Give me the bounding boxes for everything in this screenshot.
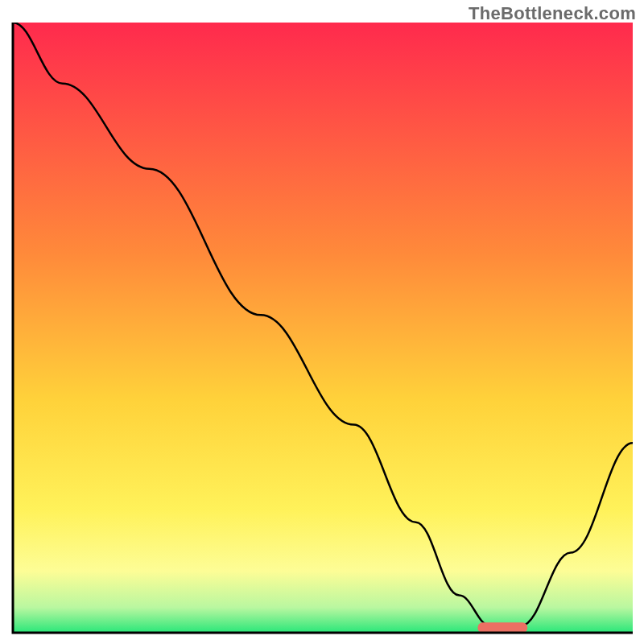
optimal-range-marker bbox=[478, 622, 528, 633]
chart-svg bbox=[11, 23, 633, 634]
watermark-text: TheBottleneck.com bbox=[469, 3, 636, 24]
chart-container: TheBottleneck.com bbox=[0, 0, 644, 644]
plot-background bbox=[14, 23, 633, 632]
